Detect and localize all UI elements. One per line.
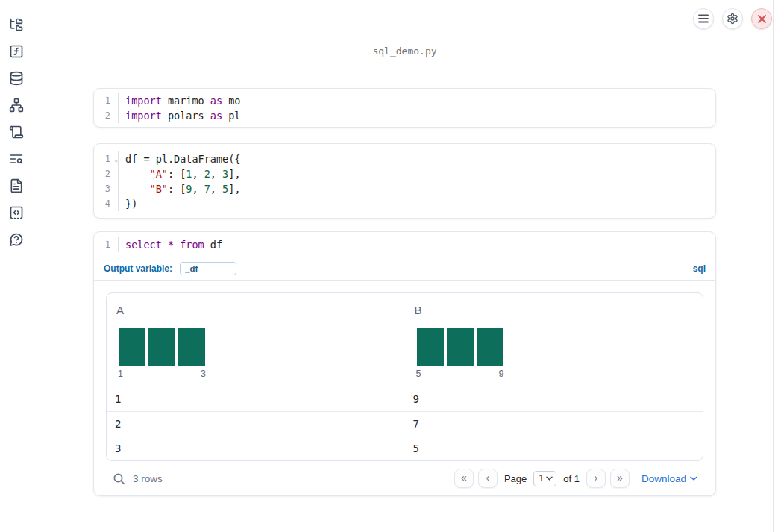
next-page-button[interactable]: › [586,469,606,488]
code-text: }) [119,196,137,211]
folder-tree-icon [9,17,24,32]
code-line[interactable]: 1import marimo as mo [94,93,715,108]
column-header[interactable]: A [116,304,405,316]
code-editor[interactable]: 1⌄df = pl.DataFrame({2 "A": [1, 2, 3],3 … [94,151,715,211]
sidebar-item-help[interactable] [9,232,24,247]
table-cell: 9 [405,393,703,405]
histogram-bar[interactable] [477,328,503,366]
histogram-axis-labels: 5 9 [415,369,506,379]
page-label: Page [504,473,527,484]
code-text: import polars as pl [119,108,240,123]
settings-button[interactable] [722,8,743,29]
code-cell-dataframe[interactable]: 1⌄df = pl.DataFrame({2 "A": [1, 2, 3],3 … [93,143,716,219]
code-line[interactable]: 1⌄df = pl.DataFrame({ [94,151,715,166]
output-variable-row: Output variable: sql [94,257,715,281]
page-select-value: 1 [539,473,544,484]
table-row[interactable]: 1 9 [107,387,703,411]
table-cell: 7 [405,418,703,430]
download-label: Download [641,473,686,484]
function-square-icon [9,44,24,59]
line-number: 1 [94,237,119,252]
sidebar [0,0,33,247]
line-number: 2 [94,108,119,123]
sidebar-item-dependency-graph[interactable] [9,98,24,113]
page-select[interactable]: 1 [533,471,556,486]
close-icon [758,15,766,23]
sidebar-item-variables[interactable] [9,44,24,59]
page-total-label: of 1 [563,473,580,484]
column-summary-b: B 5 9 [405,293,703,387]
chevron-down-icon [690,476,697,481]
scrollbar-track[interactable] [773,0,774,532]
sql-cell[interactable]: 1select * from df Output variable: sql A… [93,231,716,496]
sql-language-badge[interactable]: sql [693,263,706,274]
code-editor[interactable]: 1import marimo as mo2import polars as pl [94,93,715,123]
search-button[interactable] [113,472,125,485]
code-text: "A": [1, 2, 3], [119,166,241,181]
table-cell: 3 [107,442,405,454]
file-text-icon [9,178,24,193]
line-number: 1 [94,93,119,108]
notebook: sql_demo.py 1import marimo as mo2import … [93,0,716,532]
hist-max-label: 3 [201,369,206,379]
sidebar-item-documentation[interactable] [9,178,24,193]
column-header[interactable]: B [415,304,703,316]
sidebar-item-datasources[interactable] [9,71,24,86]
code-text: df = pl.DataFrame({ [119,151,240,166]
line-number: 1⌄ [94,151,119,166]
code-cell-imports[interactable]: 1import marimo as mo2import polars as pl [93,88,716,128]
histogram-bar[interactable] [178,328,205,366]
histogram-bar[interactable] [417,328,444,366]
table-cell: 5 [405,442,703,454]
shutdown-button[interactable] [751,8,772,29]
code-text: import marimo as mo [119,93,240,108]
data-table: A 1 3 B 5 9 [106,292,703,461]
first-page-button[interactable]: « [454,469,474,488]
table-row[interactable]: 3 5 [107,436,703,460]
hist-min-label: 1 [118,369,123,379]
scroll-icon [9,125,24,140]
code-line[interactable]: 3 "B": [9, 7, 5], [94,181,715,196]
gear-icon [727,13,738,25]
table-cell: 2 [107,418,405,430]
histogram-a[interactable] [119,328,205,366]
prev-page-button[interactable]: ‹ [478,469,498,488]
histogram-axis-labels: 1 3 [116,369,207,379]
histogram-bar[interactable] [148,328,175,366]
help-bubble-icon [9,232,24,247]
histogram-bar[interactable] [447,328,474,366]
code-text: "B": [9, 7, 5], [119,181,241,196]
output-variable-input[interactable] [180,262,236,275]
histogram-bar[interactable] [119,328,145,366]
code-line[interactable]: 1select * from df [94,237,715,252]
hist-max-label: 9 [499,369,504,379]
table-row[interactable]: 2 7 [107,411,703,436]
text-search-icon [9,151,24,166]
row-count: 3 rows [133,473,163,484]
sql-editor[interactable]: 1select * from df [94,232,715,257]
database-icon [9,71,24,86]
fold-chevron-icon[interactable]: ⌄ [114,153,118,168]
search-icon [113,472,125,485]
code-box-icon [9,205,24,220]
table-cell: 1 [107,393,405,405]
sidebar-item-scratchpad-search[interactable] [9,151,24,166]
sidebar-item-logs[interactable] [9,125,24,140]
code-line[interactable]: 2 "A": [1, 2, 3], [94,166,715,181]
histogram-b[interactable] [417,328,503,366]
column-summary-a: A 1 3 [107,293,405,387]
table-header-row: A 1 3 B 5 9 [107,293,703,387]
sidebar-item-snippets[interactable] [9,205,24,220]
code-line[interactable]: 4}) [94,196,715,211]
code-line[interactable]: 2import polars as pl [94,108,715,123]
output-variable-label: Output variable: [104,263,172,274]
download-button[interactable]: Download [641,473,697,484]
sidebar-item-file-explorer[interactable] [9,17,24,32]
pagination: « ‹ Page 1 of 1 › » Download [454,469,697,488]
code-text: select * from df [119,237,222,252]
hist-min-label: 5 [416,369,421,379]
last-page-button[interactable]: » [610,469,630,488]
line-number: 2 [94,166,119,181]
line-number: 4 [94,196,119,211]
line-number: 3 [94,181,119,196]
